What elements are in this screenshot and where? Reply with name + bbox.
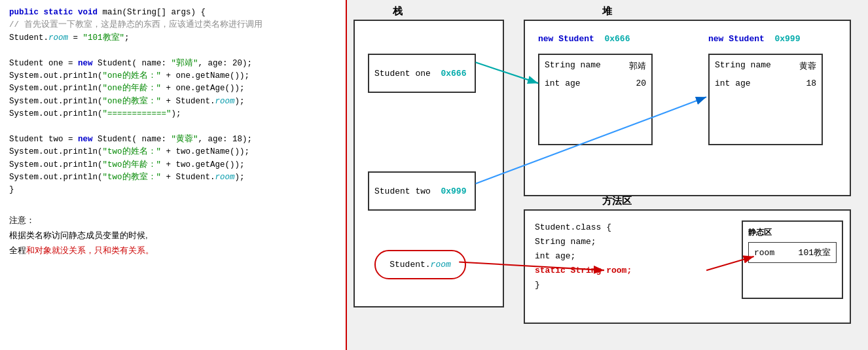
stack-two-text: Student two	[374, 186, 431, 196]
keyword-public: public	[9, 8, 39, 17]
stack-item-one: Student one 0x666	[368, 54, 476, 93]
code-text: System.out.println(	[9, 173, 103, 182]
code-text: System.out.println(	[9, 160, 103, 169]
code-text: + Student.room);	[161, 173, 245, 182]
code-text: );	[172, 109, 181, 118]
method-line5: }	[535, 278, 632, 292]
code-text: main(String[] args) {	[103, 8, 206, 17]
string-guojing: "郭靖"	[172, 59, 198, 68]
str-one-name: "one的姓名："	[103, 71, 162, 80]
heap-two-value2: 18	[806, 79, 816, 88]
comment-1: // 首先设置一下教室，这是静态的东西，应该通过类名称进行调用	[9, 20, 262, 29]
heap-new-two-label: new Student 0x999	[708, 34, 800, 44]
stack-room-oval: Student.room	[374, 250, 466, 279]
code-text: + two.getAge());	[161, 160, 245, 169]
code-text: System.out.println(	[9, 71, 103, 80]
keyword-static: static	[44, 8, 73, 17]
code-text: + two.getName());	[161, 147, 249, 156]
method-line2: String name;	[535, 235, 632, 249]
note-section: 注意： 根据类名称访问静态成员变量的时候, 全程和对象就没关系，只和类有关系。	[9, 213, 336, 258]
string-101: "101教室"	[83, 33, 125, 43]
stack-label: 栈	[393, 5, 403, 18]
str-two-name: "two的姓名："	[103, 147, 162, 156]
str-two-age: "two的年龄："	[103, 160, 162, 169]
static-zone-label: 静态区	[748, 227, 837, 238]
stack-area: Student one 0x666 Student two 0x999 Stud…	[353, 20, 504, 307]
code-close-brace: }	[9, 185, 14, 194]
code-text: + one.getAge());	[161, 84, 245, 93]
method-content: Student.class { String name; int age; st…	[535, 220, 632, 292]
static-zone: 静态区 room 101教室	[742, 220, 843, 299]
code-text: System.out.println(	[9, 97, 103, 106]
static-field: room	[754, 248, 774, 258]
heap-one-field2: int age	[545, 79, 581, 88]
code-text: System.out.println(	[9, 147, 103, 156]
heap-one-value2: 20	[636, 79, 646, 88]
code-panel: public static void main(String[] args) {…	[0, 0, 347, 350]
note-line2-red: 和对象就没关系，只和类有关系。	[26, 245, 154, 255]
heap-one-field1: String name	[545, 60, 601, 72]
code-text: System.out.println(	[9, 109, 103, 118]
note-line2: 全程和对象就没关系，只和类有关系。	[9, 243, 336, 258]
str-one-room: "one的教室："	[103, 97, 162, 106]
code-text: , age: 18);	[198, 135, 253, 144]
code-text: + one.getName());	[161, 71, 249, 80]
heap-new-one-label: new Student 0x666	[538, 34, 630, 44]
method-line4: static String room;	[535, 264, 632, 278]
diagram-panel: 栈 堆 方法区 Student one 0x666 Student two 0x…	[347, 0, 868, 350]
str-two-room: "two的教室："	[103, 173, 162, 182]
heap-one-value1: 郭靖	[629, 60, 646, 72]
code-text: System.out.println(	[9, 84, 103, 93]
str-divider: "============"	[103, 109, 172, 118]
method-line1: Student.class {	[535, 220, 632, 235]
static-zone-row: room 101教室	[748, 242, 837, 263]
stack-item-two: Student two 0x999	[368, 171, 476, 211]
method-area: Student.class { String name; int age; st…	[524, 209, 851, 324]
stack-one-text: Student one	[374, 69, 431, 79]
stack-one-addr: 0x666	[441, 69, 466, 79]
heap-label: 堆	[602, 5, 612, 18]
stack-two-addr: 0x999	[441, 186, 466, 196]
keyword-void: void	[78, 8, 98, 17]
heap-box-one: String name 郭靖 int age 20	[538, 54, 653, 145]
heap-two-value1: 黄蓉	[799, 60, 816, 72]
code-block: public static void main(String[] args) {…	[9, 7, 336, 197]
heap-two-field2: int age	[715, 79, 751, 88]
method-line3: int age;	[535, 249, 632, 264]
code-text: Student two =	[9, 135, 78, 144]
code-text: ;	[124, 33, 130, 43]
method-label: 方法区	[602, 195, 632, 207]
code-text: Student( name:	[93, 59, 172, 68]
code-text: Student one =	[9, 59, 78, 68]
code-text: Student.room =	[9, 33, 83, 43]
note-line2-normal: 全程	[9, 245, 26, 255]
note-line1: 根据类名称访问静态成员变量的时候,	[9, 228, 336, 243]
code-text: , age: 20);	[198, 59, 253, 68]
heap-two-field1: String name	[715, 60, 771, 72]
str-one-age: "one的年龄："	[103, 84, 162, 93]
heap-area: new Student 0x666 new Student 0x999 Stri…	[524, 20, 851, 196]
keyword-new2: new	[78, 135, 93, 144]
stack-room-text: Student.room	[389, 260, 451, 270]
heap-box-two: String name 黄蓉 int age 18	[708, 54, 823, 145]
keyword-new1: new	[78, 59, 93, 68]
code-text: + Student.room);	[161, 97, 245, 106]
string-huangrong: "黄蓉"	[172, 135, 198, 144]
note-title: 注意：	[9, 213, 336, 228]
static-value: 101教室	[799, 247, 831, 258]
code-text: Student( name:	[93, 135, 172, 144]
